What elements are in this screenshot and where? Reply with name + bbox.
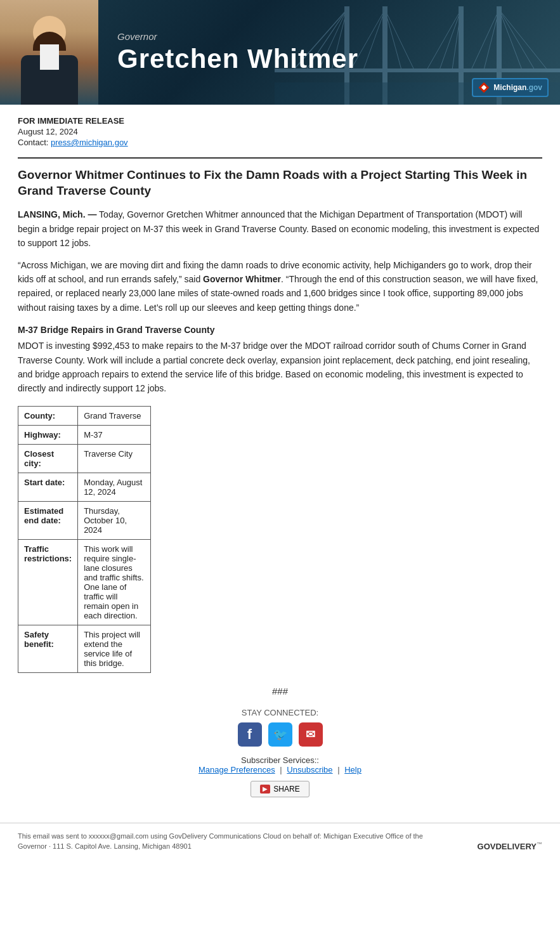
table-label-cell: Closest city: bbox=[18, 444, 78, 473]
press-release-content: FOR IMMEDIATE RELEASE August 12, 2024 Co… bbox=[0, 105, 560, 823]
page-footer: This email was sent to xxxxxx@gmail.com … bbox=[0, 823, 560, 859]
body-paragraph-1: LANSING, Mich. — Today, Governor Gretche… bbox=[18, 207, 542, 250]
table-value-cell: Traverse City bbox=[78, 444, 151, 473]
share-button-label: SHARE bbox=[273, 785, 299, 794]
paragraph-1-text: Today, Governor Gretchen Whitmer announc… bbox=[18, 209, 539, 248]
svg-line-17 bbox=[499, 10, 522, 70]
body-paragraph-3: MDOT is investing $992,453 to make repai… bbox=[18, 339, 542, 396]
dateline: LANSING, Mich. — bbox=[18, 209, 96, 219]
twitter-link[interactable]: 🐦 bbox=[268, 722, 292, 747]
share-icon: ▶ bbox=[260, 785, 270, 794]
release-type-label: FOR IMMEDIATE RELEASE bbox=[18, 116, 542, 126]
email-icon: ✉ bbox=[306, 728, 315, 741]
table-row: Closest city:Traverse City bbox=[18, 444, 151, 473]
svg-line-12 bbox=[427, 10, 461, 70]
svg-line-19 bbox=[499, 10, 547, 70]
facebook-link[interactable]: f bbox=[238, 722, 262, 747]
table-label-cell: Estimated end date: bbox=[18, 501, 78, 539]
table-value-cell: M-37 bbox=[78, 425, 151, 444]
manage-preferences-link[interactable]: Manage Preferences bbox=[199, 765, 275, 774]
table-row: County:Grand Traverse bbox=[18, 406, 151, 425]
table-row: Start date:Monday, August 12, 2024 bbox=[18, 473, 151, 501]
footer-text: This email was sent to xxxxxx@gmail.com … bbox=[18, 831, 449, 852]
table-value-cell: Grand Traverse bbox=[78, 406, 151, 425]
table-label-cell: Start date: bbox=[18, 473, 78, 501]
press-release-end-marker: ### bbox=[18, 686, 542, 696]
body-paragraph-2: “Across Michigan, we are moving dirt and… bbox=[18, 258, 542, 315]
share-button-container: ▶ SHARE bbox=[18, 781, 542, 797]
table-label-cell: Highway: bbox=[18, 425, 78, 444]
svg-line-13 bbox=[440, 10, 461, 70]
email-social-link[interactable]: ✉ bbox=[299, 722, 323, 747]
michigan-gov-logo: Michigan.gov bbox=[472, 78, 549, 97]
table-row: Traffic restrictions:This work will requ… bbox=[18, 539, 151, 625]
michigan-logo-text: Michigan.gov bbox=[493, 83, 542, 92]
press-release-headline: Governor Whitmer Continues to Fix the Da… bbox=[18, 157, 542, 199]
governor-photo bbox=[0, 0, 98, 105]
subscriber-services-section: Subscriber Services:: Manage Preferences… bbox=[18, 755, 542, 774]
section-heading: M-37 Bridge Repairs in Grand Traverse Co… bbox=[18, 325, 542, 335]
table-row: Highway:M-37 bbox=[18, 425, 151, 444]
svg-line-11 bbox=[385, 10, 414, 70]
table-value-cell: Monday, August 12, 2024 bbox=[78, 473, 151, 501]
stay-connected-label: STAY CONNECTED: bbox=[18, 708, 542, 717]
share-button[interactable]: ▶ SHARE bbox=[251, 781, 309, 797]
table-label-cell: Traffic restrictions: bbox=[18, 539, 78, 625]
stay-connected-section: STAY CONNECTED: f 🐦 ✉ bbox=[18, 708, 542, 747]
table-label-cell: Safety benefit: bbox=[18, 625, 78, 672]
facebook-icon: f bbox=[247, 726, 252, 743]
header-text-block: Governor Gretchen Whitmer bbox=[98, 18, 377, 86]
press-release-meta: FOR IMMEDIATE RELEASE August 12, 2024 Co… bbox=[18, 116, 542, 147]
table-value-cell: This work will require single-lane closu… bbox=[78, 539, 151, 625]
table-row: Safety benefit:This project will extend … bbox=[18, 625, 151, 672]
unsubscribe-link[interactable]: Unsubscribe bbox=[287, 765, 332, 774]
governor-label: Governor bbox=[117, 31, 358, 42]
govdelivery-logo: GOVDELIVERY™ bbox=[478, 841, 542, 851]
table-row: Estimated end date:Thursday, October 10,… bbox=[18, 501, 151, 539]
table-value-cell: Thursday, October 10, 2024 bbox=[78, 501, 151, 539]
governor-name-bold: Governor Whitmer bbox=[203, 274, 281, 284]
svg-line-15 bbox=[471, 10, 499, 70]
twitter-icon: 🐦 bbox=[273, 728, 287, 741]
project-details-table: County:Grand TraverseHighway:M-37Closest… bbox=[18, 406, 151, 673]
page-header: Governor Gretchen Whitmer Michigan.gov bbox=[0, 0, 560, 105]
release-date: August 12, 2024 bbox=[18, 127, 542, 136]
table-label-cell: County: bbox=[18, 406, 78, 425]
contact-line: Contact: press@michigan.gov bbox=[18, 138, 542, 147]
governor-name: Gretchen Whitmer bbox=[117, 44, 358, 74]
contact-label: Contact: bbox=[18, 138, 51, 147]
help-link[interactable]: Help bbox=[344, 765, 361, 774]
table-value-cell: This project will extend the service lif… bbox=[78, 625, 151, 672]
contact-email-link[interactable]: press@michigan.gov bbox=[51, 138, 128, 147]
social-icons-row: f 🐦 ✉ bbox=[18, 722, 542, 747]
subscriber-services-label: Subscriber Services:: bbox=[241, 755, 319, 765]
svg-line-18 bbox=[499, 10, 535, 70]
